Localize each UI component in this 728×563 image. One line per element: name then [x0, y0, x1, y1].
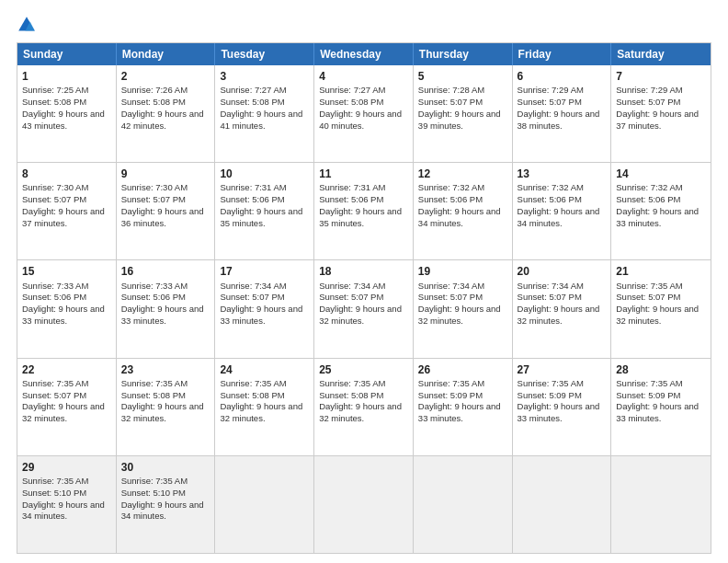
- calendar-cell: [215, 456, 314, 553]
- calendar-header-tuesday: Tuesday: [215, 43, 314, 65]
- sunrise-label: Sunrise: 7:29 AM: [518, 85, 584, 95]
- daylight-label: Daylight: 9 hours and 32 minutes.: [418, 304, 501, 326]
- day-number: 10: [220, 167, 309, 181]
- calendar-row-4: 22 Sunrise: 7:35 AM Sunset: 5:07 PM Dayl…: [17, 358, 711, 455]
- daylight-label: Daylight: 9 hours and 32 minutes.: [121, 401, 204, 423]
- sunset-label: Sunset: 5:08 PM: [22, 97, 86, 107]
- day-number: 24: [220, 362, 309, 377]
- sunrise-label: Sunrise: 7:32 AM: [418, 182, 484, 192]
- daylight-label: Daylight: 9 hours and 33 minutes.: [418, 401, 501, 423]
- daylight-label: Daylight: 9 hours and 40 minutes.: [319, 109, 402, 131]
- daylight-label: Daylight: 9 hours and 33 minutes.: [616, 206, 699, 228]
- calendar-cell: 29 Sunrise: 7:35 AM Sunset: 5:10 PM Dayl…: [17, 456, 117, 553]
- sunset-label: Sunset: 5:09 PM: [616, 390, 680, 400]
- sunrise-label: Sunrise: 7:27 AM: [220, 85, 286, 95]
- daylight-label: Daylight: 9 hours and 42 minutes.: [121, 109, 204, 131]
- sunset-label: Sunset: 5:09 PM: [518, 390, 582, 400]
- daylight-label: Daylight: 9 hours and 37 minutes.: [616, 109, 699, 131]
- sunset-label: Sunset: 5:06 PM: [220, 194, 284, 204]
- sunrise-label: Sunrise: 7:34 AM: [319, 281, 385, 291]
- daylight-label: Daylight: 9 hours and 32 minutes.: [22, 401, 105, 423]
- calendar-row-1: 1 Sunrise: 7:25 AM Sunset: 5:08 PM Dayli…: [17, 65, 711, 162]
- day-number: 18: [319, 264, 408, 279]
- sunset-label: Sunset: 5:07 PM: [121, 194, 186, 204]
- sunrise-label: Sunrise: 7:35 AM: [418, 378, 484, 388]
- calendar-cell: 23 Sunrise: 7:35 AM Sunset: 5:08 PM Dayl…: [117, 359, 216, 455]
- calendar-row-2: 8 Sunrise: 7:30 AM Sunset: 5:07 PM Dayli…: [17, 162, 711, 259]
- day-number: 17: [220, 264, 309, 279]
- daylight-label: Daylight: 9 hours and 34 minutes.: [518, 206, 600, 228]
- calendar-header-wednesday: Wednesday: [314, 43, 414, 65]
- logo-icon: [17, 15, 37, 35]
- day-number: 1: [22, 69, 111, 84]
- sunset-label: Sunset: 5:08 PM: [319, 97, 383, 107]
- daylight-label: Daylight: 9 hours and 32 minutes.: [319, 304, 402, 326]
- calendar-cell: 15 Sunrise: 7:33 AM Sunset: 5:06 PM Dayl…: [17, 260, 117, 357]
- daylight-label: Daylight: 9 hours and 34 minutes.: [22, 500, 105, 522]
- daylight-label: Daylight: 9 hours and 34 minutes.: [121, 500, 204, 522]
- sunrise-label: Sunrise: 7:29 AM: [616, 85, 682, 95]
- sunrise-label: Sunrise: 7:30 AM: [22, 182, 88, 192]
- sunrise-label: Sunrise: 7:35 AM: [22, 378, 88, 388]
- sunrise-label: Sunrise: 7:35 AM: [121, 476, 188, 486]
- calendar-cell: 14 Sunrise: 7:32 AM Sunset: 5:06 PM Dayl…: [611, 163, 711, 259]
- calendar-cell: 7 Sunrise: 7:29 AM Sunset: 5:07 PM Dayli…: [611, 65, 711, 162]
- daylight-label: Daylight: 9 hours and 33 minutes.: [616, 401, 699, 423]
- day-number: 25: [319, 362, 408, 377]
- daylight-label: Daylight: 9 hours and 35 minutes.: [319, 206, 402, 228]
- calendar-header-monday: Monday: [117, 43, 216, 65]
- sunrise-label: Sunrise: 7:28 AM: [418, 85, 484, 95]
- sunrise-label: Sunrise: 7:35 AM: [616, 281, 682, 291]
- day-number: 26: [418, 362, 507, 377]
- sunrise-label: Sunrise: 7:33 AM: [121, 281, 188, 291]
- sunrise-label: Sunrise: 7:33 AM: [22, 281, 88, 291]
- calendar-cell: 30 Sunrise: 7:35 AM Sunset: 5:10 PM Dayl…: [117, 456, 216, 553]
- sunrise-label: Sunrise: 7:35 AM: [220, 378, 286, 388]
- calendar-cell: 6 Sunrise: 7:29 AM Sunset: 5:07 PM Dayli…: [513, 65, 612, 162]
- sunset-label: Sunset: 5:07 PM: [616, 292, 680, 302]
- sunrise-label: Sunrise: 7:32 AM: [616, 182, 682, 192]
- calendar-cell: 25 Sunrise: 7:35 AM Sunset: 5:08 PM Dayl…: [314, 359, 414, 455]
- calendar-cell: 27 Sunrise: 7:35 AM Sunset: 5:09 PM Dayl…: [513, 359, 612, 455]
- sunset-label: Sunset: 5:07 PM: [518, 97, 582, 107]
- calendar-body: 1 Sunrise: 7:25 AM Sunset: 5:08 PM Dayli…: [17, 65, 711, 553]
- calendar-header-sunday: Sunday: [17, 43, 117, 65]
- day-number: 3: [220, 69, 309, 84]
- sunrise-label: Sunrise: 7:35 AM: [518, 378, 584, 388]
- calendar-header: SundayMondayTuesdayWednesdayThursdayFrid…: [17, 43, 711, 65]
- sunrise-label: Sunrise: 7:34 AM: [418, 281, 484, 291]
- calendar-cell: 2 Sunrise: 7:26 AM Sunset: 5:08 PM Dayli…: [117, 65, 216, 162]
- day-number: 14: [616, 167, 706, 181]
- sunset-label: Sunset: 5:07 PM: [518, 292, 582, 302]
- sunrise-label: Sunrise: 7:35 AM: [22, 476, 88, 486]
- sunset-label: Sunset: 5:07 PM: [22, 390, 86, 400]
- calendar-cell: [314, 456, 414, 553]
- calendar-cell: 21 Sunrise: 7:35 AM Sunset: 5:07 PM Dayl…: [611, 260, 711, 357]
- sunset-label: Sunset: 5:08 PM: [121, 97, 186, 107]
- day-number: 28: [616, 362, 706, 377]
- calendar-header-friday: Friday: [513, 43, 612, 65]
- sunset-label: Sunset: 5:07 PM: [319, 292, 383, 302]
- calendar-cell: [611, 456, 711, 553]
- day-number: 19: [418, 264, 507, 279]
- logo: [17, 15, 39, 35]
- daylight-label: Daylight: 9 hours and 32 minutes.: [616, 304, 699, 326]
- sunrise-label: Sunrise: 7:35 AM: [121, 378, 188, 388]
- calendar-cell: 8 Sunrise: 7:30 AM Sunset: 5:07 PM Dayli…: [17, 163, 117, 259]
- calendar-cell: 13 Sunrise: 7:32 AM Sunset: 5:06 PM Dayl…: [513, 163, 612, 259]
- day-number: 7: [616, 69, 706, 84]
- sunset-label: Sunset: 5:06 PM: [616, 194, 680, 204]
- calendar-cell: 11 Sunrise: 7:31 AM Sunset: 5:06 PM Dayl…: [314, 163, 414, 259]
- sunrise-label: Sunrise: 7:35 AM: [319, 378, 385, 388]
- sunset-label: Sunset: 5:06 PM: [121, 292, 186, 302]
- day-number: 5: [418, 69, 507, 84]
- calendar-cell: [414, 456, 513, 553]
- calendar-cell: 5 Sunrise: 7:28 AM Sunset: 5:07 PM Dayli…: [414, 65, 513, 162]
- day-number: 2: [121, 69, 210, 84]
- sunrise-label: Sunrise: 7:26 AM: [121, 85, 188, 95]
- day-number: 6: [518, 69, 607, 84]
- calendar-cell: 12 Sunrise: 7:32 AM Sunset: 5:06 PM Dayl…: [414, 163, 513, 259]
- calendar-row-5: 29 Sunrise: 7:35 AM Sunset: 5:10 PM Dayl…: [17, 455, 711, 553]
- day-number: 8: [22, 167, 111, 181]
- sunset-label: Sunset: 5:08 PM: [220, 390, 284, 400]
